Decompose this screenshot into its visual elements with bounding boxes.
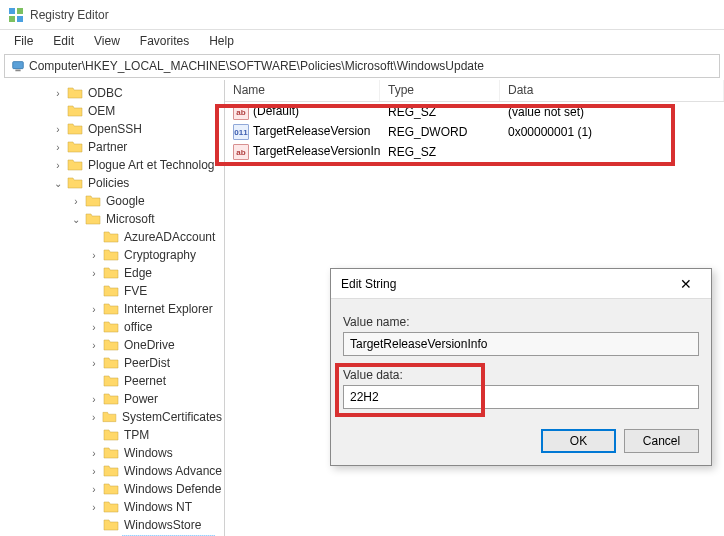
tree-label: OEM: [86, 104, 117, 118]
tree-label: TPM: [122, 428, 151, 442]
tree-label: SystemCertificates: [120, 410, 224, 424]
value-name: (Default): [253, 104, 299, 118]
tree-pane[interactable]: ›ODBCOEM›OpenSSH›Partner›Plogue Art et T…: [0, 80, 225, 536]
tree-item-microsoft[interactable]: ⌄Microsoft: [0, 210, 224, 228]
tree-label: Google: [104, 194, 147, 208]
registry-tree: ›ODBCOEM›OpenSSH›Partner›Plogue Art et T…: [0, 84, 224, 536]
tree-item-peerdist[interactable]: ›PeerDist: [0, 354, 224, 372]
menu-favorites[interactable]: Favorites: [130, 32, 199, 50]
expand-icon[interactable]: ›: [88, 448, 100, 459]
tree-item-policies[interactable]: ⌄Policies: [0, 174, 224, 192]
expand-icon[interactable]: ›: [88, 340, 100, 351]
ok-button[interactable]: OK: [541, 429, 616, 453]
tree-item-azureadaccount[interactable]: AzureADAccount: [0, 228, 224, 246]
tree-item-partner[interactable]: ›Partner: [0, 138, 224, 156]
string-icon: ab: [233, 144, 249, 160]
cancel-button[interactable]: Cancel: [624, 429, 699, 453]
menu-view[interactable]: View: [84, 32, 130, 50]
menu-edit[interactable]: Edit: [43, 32, 84, 50]
tree-item-power[interactable]: ›Power: [0, 390, 224, 408]
tree-label: Power: [122, 392, 160, 406]
value-name: TargetReleaseVersion: [253, 124, 370, 138]
close-icon[interactable]: ✕: [671, 276, 701, 292]
expand-icon[interactable]: ›: [88, 412, 99, 423]
address-bar[interactable]: Computer\HKEY_LOCAL_MACHINE\SOFTWARE\Pol…: [4, 54, 720, 78]
value-row[interactable]: 011TargetReleaseVersionREG_DWORD0x000000…: [225, 122, 724, 142]
dialog-title-bar[interactable]: Edit String ✕: [331, 269, 711, 299]
tree-item-systemcertificates[interactable]: ›SystemCertificates: [0, 408, 224, 426]
tree-label: PeerDist: [122, 356, 172, 370]
value-type: REG_SZ: [380, 105, 500, 119]
tree-item-peernet[interactable]: Peernet: [0, 372, 224, 390]
value-type: REG_SZ: [380, 145, 500, 159]
col-data[interactable]: Data: [500, 80, 724, 101]
tree-label: AzureADAccount: [122, 230, 217, 244]
tree-item-odbc[interactable]: ›ODBC: [0, 84, 224, 102]
value-name: TargetReleaseVersionInfo: [253, 144, 380, 158]
tree-label: Partner: [86, 140, 129, 154]
tree-item-windows-defende[interactable]: ›Windows Defende: [0, 480, 224, 498]
value-name-input[interactable]: [343, 332, 699, 356]
dialog-title: Edit String: [341, 277, 396, 291]
tree-label: WindowsStore: [122, 518, 203, 532]
expand-icon[interactable]: ›: [88, 304, 100, 315]
tree-item-tpm[interactable]: TPM: [0, 426, 224, 444]
svg-rect-1: [17, 8, 23, 14]
expand-icon[interactable]: ›: [88, 394, 100, 405]
value-data-label: Value data:: [343, 368, 699, 382]
tree-label: Internet Explorer: [122, 302, 215, 316]
expand-icon[interactable]: ›: [88, 250, 100, 261]
tree-label: Plogue Art et Technolog: [86, 158, 217, 172]
expand-icon[interactable]: ⌄: [70, 214, 82, 225]
tree-item-google[interactable]: ›Google: [0, 192, 224, 210]
tree-item-windows-nt[interactable]: ›Windows NT: [0, 498, 224, 516]
computer-icon: [11, 59, 25, 73]
col-type[interactable]: Type: [380, 80, 500, 101]
tree-label: Windows NT: [122, 500, 194, 514]
tree-item-windows-advance[interactable]: ›Windows Advance: [0, 462, 224, 480]
tree-item-internet-explorer[interactable]: ›Internet Explorer: [0, 300, 224, 318]
list-body: ab(Default)REG_SZ(value not set)011Targe…: [225, 102, 724, 162]
tree-label: Microsoft: [104, 212, 157, 226]
expand-icon[interactable]: ›: [88, 502, 100, 513]
expand-icon[interactable]: ›: [70, 196, 82, 207]
tree-item-oem[interactable]: OEM: [0, 102, 224, 120]
expand-icon[interactable]: ›: [52, 88, 64, 99]
expand-icon[interactable]: ›: [88, 268, 100, 279]
tree-label: Windows: [122, 446, 175, 460]
tree-item-fve[interactable]: FVE: [0, 282, 224, 300]
menu-bar: File Edit View Favorites Help: [0, 30, 724, 52]
value-name-label: Value name:: [343, 315, 699, 329]
value-type: REG_DWORD: [380, 125, 500, 139]
svg-rect-3: [17, 16, 23, 22]
tree-item-edge[interactable]: ›Edge: [0, 264, 224, 282]
menu-file[interactable]: File: [4, 32, 43, 50]
tree-item-plogue-art-et-technolog[interactable]: ›Plogue Art et Technolog: [0, 156, 224, 174]
tree-item-windows[interactable]: ›Windows: [0, 444, 224, 462]
svg-rect-5: [15, 70, 20, 72]
expand-icon[interactable]: ›: [52, 142, 64, 153]
window-title: Registry Editor: [30, 8, 109, 22]
tree-item-office[interactable]: ›office: [0, 318, 224, 336]
tree-label: Windows Advance: [122, 464, 224, 478]
svg-rect-4: [13, 62, 24, 69]
expand-icon[interactable]: ›: [52, 160, 64, 171]
expand-icon[interactable]: ⌄: [52, 178, 64, 189]
expand-icon[interactable]: ›: [88, 484, 100, 495]
dialog-buttons: OK Cancel: [331, 419, 711, 465]
tree-item-cryptography[interactable]: ›Cryptography: [0, 246, 224, 264]
expand-icon[interactable]: ›: [88, 322, 100, 333]
tree-item-openssh[interactable]: ›OpenSSH: [0, 120, 224, 138]
expand-icon[interactable]: ›: [88, 466, 100, 477]
value-data-input[interactable]: [343, 385, 699, 409]
tree-item-onedrive[interactable]: ›OneDrive: [0, 336, 224, 354]
col-name[interactable]: Name: [225, 80, 380, 101]
tree-label: OpenSSH: [86, 122, 144, 136]
svg-rect-0: [9, 8, 15, 14]
tree-item-windowsstore[interactable]: WindowsStore: [0, 516, 224, 534]
value-row[interactable]: abTargetReleaseVersionInfoREG_SZ: [225, 142, 724, 162]
value-row[interactable]: ab(Default)REG_SZ(value not set): [225, 102, 724, 122]
expand-icon[interactable]: ›: [52, 124, 64, 135]
menu-help[interactable]: Help: [199, 32, 244, 50]
expand-icon[interactable]: ›: [88, 358, 100, 369]
